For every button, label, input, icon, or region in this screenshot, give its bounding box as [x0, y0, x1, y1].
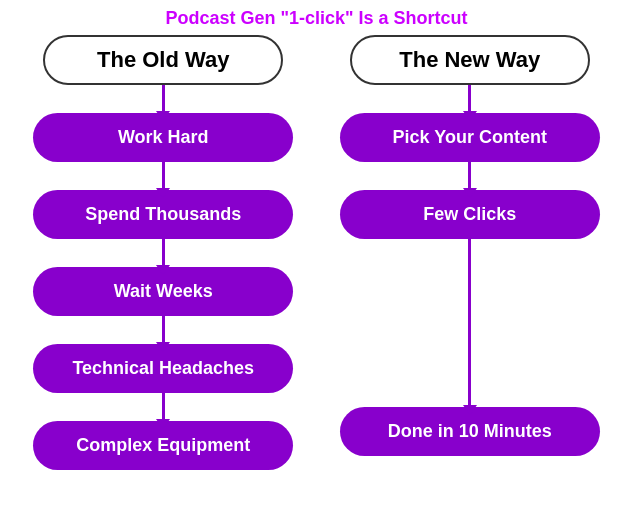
arrow-2-left — [162, 162, 165, 190]
arrow-3-right-long — [468, 239, 471, 407]
arrow-2-right — [468, 162, 471, 190]
old-way-heading: The Old Way — [43, 35, 283, 85]
arrow-5-left — [162, 393, 165, 421]
new-way-column: The New Way Pick Your Content Few Clicks… — [330, 35, 610, 470]
arrow-3-left — [162, 239, 165, 267]
arrow-4-left — [162, 316, 165, 344]
arrow-1-left — [162, 85, 165, 113]
arrow-1-right — [468, 85, 471, 113]
page-title: Podcast Gen "1-click" Is a Shortcut — [0, 0, 633, 35]
new-way-heading: The New Way — [350, 35, 590, 85]
old-way-column: The Old Way Work Hard Spend Thousands Wa… — [23, 35, 303, 470]
